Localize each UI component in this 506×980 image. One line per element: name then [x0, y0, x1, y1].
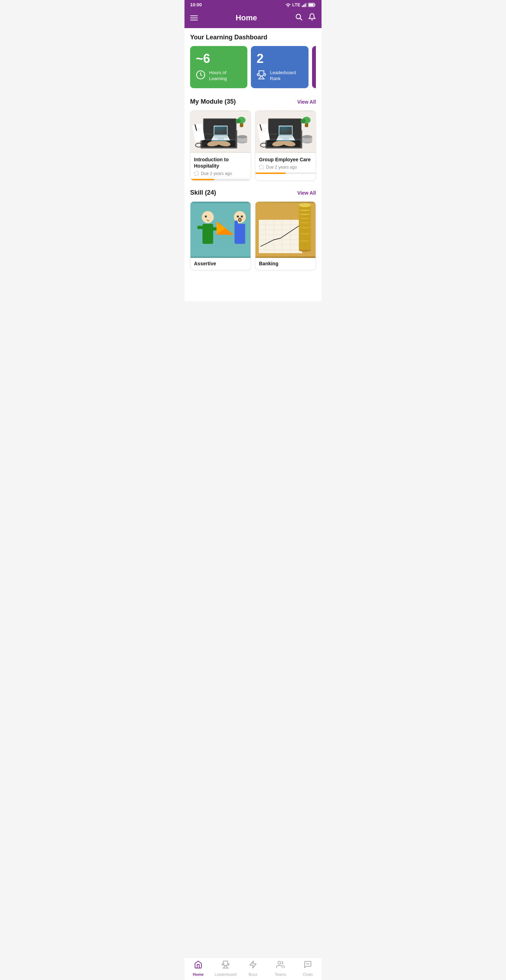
svg-point-70: [241, 216, 243, 218]
skill-card-assertive-image: [191, 202, 251, 258]
skill-card-banking-title: Banking: [255, 258, 315, 270]
module-card-1-image: [191, 111, 251, 153]
module-card-1-due: Due 2 years ago: [194, 171, 247, 176]
status-bar: 10:00 LTE: [185, 0, 321, 10]
stat-leaderboard-bottom: Leaderboard Rank: [256, 70, 302, 82]
svg-rect-41: [272, 134, 274, 135]
battery-icon: [308, 3, 316, 7]
svg-rect-2: [305, 3, 306, 7]
search-icon[interactable]: [295, 13, 302, 22]
module-card-1-body: Introduction to Hospitality Due 2 years …: [191, 153, 251, 176]
skill-cards: Assertive: [190, 201, 316, 270]
module-cards: Introduction to Hospitality Due 2 years …: [190, 110, 316, 181]
stat-learning-value: ~6: [196, 52, 242, 65]
stat-learning-label: Hours ofLearning: [209, 70, 227, 82]
svg-rect-6: [309, 3, 314, 6]
status-time: 10:00: [190, 2, 202, 7]
svg-rect-60: [202, 224, 213, 244]
module-card-1-title: Introduction to Hospitality: [194, 156, 247, 169]
svg-rect-0: [302, 6, 303, 7]
svg-rect-3: [306, 3, 307, 7]
svg-point-72: [239, 218, 241, 221]
module-title: My Module (35): [190, 98, 236, 105]
module-card-2-title: Group Employee Care: [259, 156, 312, 163]
dashboard-title: Your Learning Dashboard: [190, 34, 316, 41]
svg-point-26: [237, 135, 247, 139]
svg-rect-62: [210, 228, 217, 231]
skill-card-assertive[interactable]: Assertive: [190, 201, 251, 270]
stats-row: ~6 Hours ofLearning 2: [190, 46, 316, 90]
skill-card-banking-image: [255, 202, 315, 258]
stat-card-learning[interactable]: ~6 Hours ofLearning: [190, 46, 247, 88]
svg-point-69: [237, 216, 239, 218]
svg-point-52: [301, 119, 306, 123]
module-card-2-progress-fill: [255, 173, 286, 174]
svg-rect-42: [275, 134, 277, 135]
header-title: Home: [235, 13, 257, 22]
svg-rect-16: [204, 119, 236, 140]
module-section-header: My Module (35) View All: [190, 98, 316, 105]
svg-point-63: [205, 216, 207, 218]
stat-leaderboard-label: Leaderboard Rank: [270, 70, 302, 82]
status-icons: LTE: [285, 2, 316, 7]
svg-rect-39: [269, 119, 301, 140]
svg-rect-61: [197, 226, 203, 229]
svg-rect-1: [303, 5, 304, 7]
due-circle-2: [259, 165, 264, 170]
skill-card-banking[interactable]: Banking: [255, 201, 316, 270]
signal-icon: [302, 3, 307, 7]
trophy-icon: [256, 70, 266, 82]
skill-title: Skill (24): [190, 189, 216, 196]
svg-rect-40: [269, 134, 272, 135]
skill-card-assertive-title: Assertive: [191, 258, 251, 270]
clock-icon: [196, 70, 205, 82]
svg-point-103: [299, 203, 311, 207]
svg-point-59: [202, 211, 214, 223]
module-card-1-progress-fill: [191, 179, 214, 180]
app-header: Home: [185, 10, 321, 28]
module-card-1-progress-bg: [191, 179, 251, 180]
svg-rect-18: [207, 134, 209, 135]
skill-section-header: Skill (24) View All: [190, 189, 316, 196]
due-circle-1: [194, 171, 199, 176]
svg-rect-68: [234, 221, 238, 228]
svg-rect-17: [205, 134, 207, 135]
svg-point-49: [302, 135, 312, 139]
lte-label: LTE: [292, 2, 301, 7]
stat-learning-bottom: Hours ofLearning: [196, 70, 242, 82]
svg-point-29: [235, 119, 241, 123]
module-card-2-progress-bg: [255, 173, 315, 174]
stat-leaderboard-value: 2: [256, 52, 302, 65]
module-card-2[interactable]: Group Employee Care Due 2 years ago: [255, 110, 316, 181]
skill-view-all[interactable]: View All: [297, 190, 316, 196]
notification-icon[interactable]: [308, 13, 316, 22]
menu-button[interactable]: [190, 16, 198, 21]
main-content: Your Learning Dashboard ~6 Hours ofLearn…: [185, 28, 321, 301]
svg-line-8: [300, 18, 302, 20]
stat-card-leaderboard[interactable]: 2 Leaderboard Rank: [251, 46, 308, 88]
stat-card-extra[interactable]: S: [312, 46, 316, 88]
module-card-2-body: Group Employee Care Due 2 years ago: [255, 153, 315, 170]
module-card-1[interactable]: Introduction to Hospitality Due 2 years …: [190, 110, 251, 181]
header-actions: [295, 13, 316, 22]
module-view-all[interactable]: View All: [297, 99, 316, 105]
module-card-2-image: [255, 111, 315, 153]
wifi-icon: [285, 3, 291, 7]
svg-rect-19: [210, 134, 212, 135]
svg-rect-5: [315, 4, 315, 6]
module-card-2-due: Due 2 years ago: [259, 165, 312, 170]
